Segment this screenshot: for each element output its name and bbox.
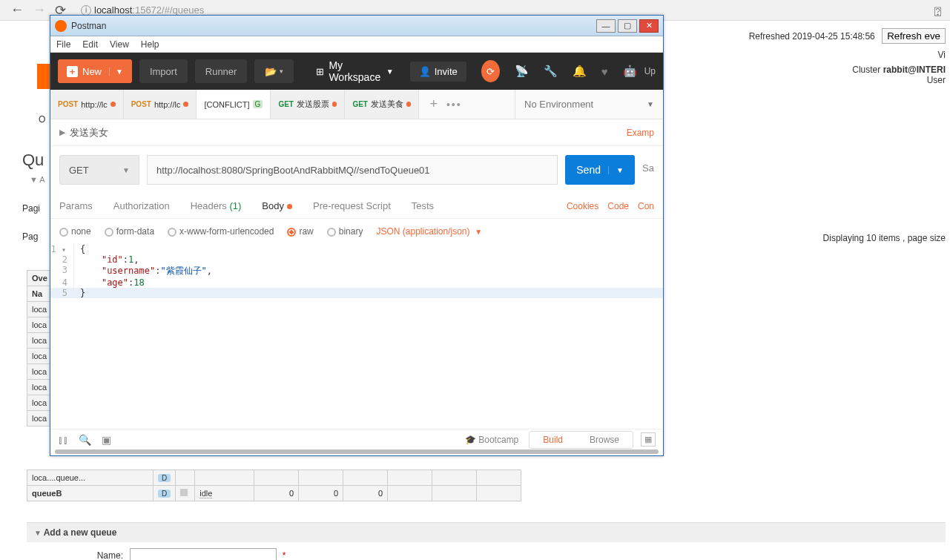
radio-urlencoded[interactable]: x-www-form-urlencoded (168, 226, 274, 237)
cluster-label: Cluster rabbit@INTERI (749, 65, 946, 75)
nav-tab-overview[interactable]: O (39, 114, 45, 125)
request-subtabs: Params Authorization Headers (1) Body Pr… (50, 194, 663, 219)
caret-down-icon: ▼ (109, 67, 123, 76)
site-info-icon[interactable]: i (81, 5, 91, 16)
horizontal-scrollbar[interactable] (55, 449, 659, 454)
panes-icon[interactable]: ▦ (641, 432, 656, 447)
examples-link[interactable]: Examp (627, 128, 654, 138)
build-toggle[interactable]: Build (530, 432, 576, 448)
toolbar: + New ▼ Import Runner 📂▾ ⊞ My Workspace … (50, 53, 663, 90)
upgrade-button[interactable]: Up (644, 66, 656, 76)
tab-options-button[interactable]: ••• (446, 99, 462, 111)
unsaved-dot-icon (183, 102, 188, 107)
url-bar: GET ▼ Send ▼ Sa (50, 146, 663, 194)
plus-icon: + (67, 66, 78, 77)
code-link[interactable]: Code (607, 201, 629, 211)
required-marker: * (283, 550, 286, 560)
cookies-link[interactable]: Cookies (567, 201, 598, 211)
body-type-options: none form-data x-www-form-urlencoded raw… (50, 219, 663, 244)
person-icon: 👤 (419, 66, 431, 77)
unsaved-dot-icon (110, 102, 116, 107)
radio-none[interactable]: none (59, 226, 91, 237)
radio-raw[interactable]: raw (287, 226, 313, 237)
translate-icon[interactable]: ⍰ (934, 4, 941, 17)
method-selector[interactable]: GET ▼ (59, 155, 139, 185)
import-button[interactable]: Import (139, 59, 188, 83)
subtab-authorization[interactable]: Authorization (113, 200, 170, 211)
request-tabs: POST http://lc POST http://lc [CONFLICT]… (50, 90, 663, 119)
menu-help[interactable]: Help (141, 39, 159, 50)
menu-file[interactable]: File (56, 39, 70, 50)
new-button[interactable]: + New ▼ (58, 59, 132, 83)
invite-button[interactable]: 👤 Invite (410, 62, 466, 82)
menu-view[interactable]: View (110, 39, 129, 50)
notifications-icon[interactable]: 🔔 (573, 65, 587, 78)
comments-link[interactable]: Con (638, 201, 654, 211)
caret-right-icon[interactable]: ▶ (59, 128, 65, 137)
postman-window: Postman — ▢ ✕ File Edit View Help + New … (50, 15, 664, 456)
tab-1[interactable]: POST http://lc (124, 90, 197, 119)
body-editor[interactable]: 1 ▾{2 "id":1,3 "username":"紫霞仙子",4 "age"… (50, 244, 663, 422)
tab-3[interactable]: GET 发送股票 (271, 90, 345, 119)
save-button[interactable]: Sa (642, 155, 654, 185)
minimize-button[interactable]: — (596, 19, 616, 33)
new-tab-button[interactable]: + (429, 96, 438, 112)
window-title: Postman (71, 21, 106, 31)
subtab-prerequest[interactable]: Pre-request Script (313, 200, 391, 211)
tab-2-active[interactable]: [CONFLICT] G (197, 90, 271, 119)
tab-4[interactable]: GET 发送美食 (345, 90, 419, 119)
workspace-selector[interactable]: ⊞ My Workspace ▼ (316, 59, 393, 83)
table-row[interactable]: queueB D idle 0 0 0 (27, 486, 521, 501)
bot-icon[interactable]: 🤖 (623, 65, 637, 78)
pagination-2: Pag (22, 231, 38, 242)
address-bar[interactable]: localhost:15672/#/queues (94, 4, 204, 16)
unsaved-dot-icon (406, 102, 411, 107)
queue-name-input[interactable] (130, 548, 277, 560)
queues-table-bottom: loca....queue... D queueB D idle 0 0 0 (27, 470, 521, 501)
maximize-button[interactable]: ▢ (618, 19, 637, 33)
bootcamp-link[interactable]: 🎓 Bootcamp (465, 435, 518, 445)
name-label: Name: (61, 550, 123, 560)
refresh-button[interactable]: Refresh eve (882, 28, 946, 44)
menubar: File Edit View Help (50, 36, 663, 53)
add-queue-header[interactable]: Add a new queue (27, 522, 946, 542)
heart-icon[interactable]: ♥ (601, 65, 608, 78)
browse-toggle[interactable]: Browse (576, 432, 633, 448)
radio-form-data[interactable]: form-data (105, 226, 154, 237)
back-button[interactable]: ← (10, 2, 24, 18)
virtual-host-label: Vi (749, 50, 946, 60)
runner-button[interactable]: Runner (195, 59, 248, 83)
menu-edit[interactable]: Edit (82, 39, 98, 50)
open-new-button[interactable]: 📂▾ (254, 59, 294, 83)
settings-icon[interactable]: 🔧 (544, 65, 558, 78)
request-name-row: ▶ 发送美女 Examp (50, 119, 663, 146)
tab-0[interactable]: POST http://lc (50, 90, 124, 119)
subtab-params[interactable]: Params (59, 200, 93, 211)
request-name: 发送美女 (70, 126, 108, 139)
caret-down-icon: ▼ (122, 166, 130, 174)
close-button[interactable]: ✕ (639, 19, 659, 33)
all-queues-toggle[interactable]: ▼ A (30, 175, 45, 184)
radio-binary[interactable]: binary (327, 226, 363, 237)
capture-icon[interactable]: 📡 (515, 65, 529, 78)
sync-button[interactable]: ⟳ (481, 60, 500, 82)
content-type-selector[interactable]: JSON (application/json) ▼ (376, 226, 482, 237)
subtab-tests[interactable]: Tests (412, 200, 434, 211)
environment-selector[interactable]: No Environment ▼ (515, 90, 663, 119)
refreshed-text: Refreshed 2019-04-25 15:48:56 (749, 31, 875, 42)
table-row[interactable]: loca....queue... D (27, 470, 521, 486)
subtab-headers[interactable]: Headers (1) (191, 200, 242, 211)
url-input[interactable] (147, 155, 558, 185)
titlebar[interactable]: Postman — ▢ ✕ (50, 16, 663, 36)
sidebar-toggle-icon[interactable]: ⫿⫿ (58, 434, 68, 446)
subtab-body[interactable]: Body (262, 200, 292, 211)
unsaved-dot-icon (287, 204, 292, 209)
send-button[interactable]: Send ▼ (565, 155, 635, 185)
forward-button[interactable]: → (33, 2, 46, 18)
user-label: User (749, 75, 946, 85)
view-toggle: Build Browse (529, 431, 633, 449)
displaying-text: Displaying 10 items , page size (823, 233, 946, 243)
sync-icon: ⟳ (486, 66, 495, 77)
console-icon[interactable]: ▣ (102, 434, 111, 446)
find-icon[interactable]: 🔍 (79, 434, 91, 446)
